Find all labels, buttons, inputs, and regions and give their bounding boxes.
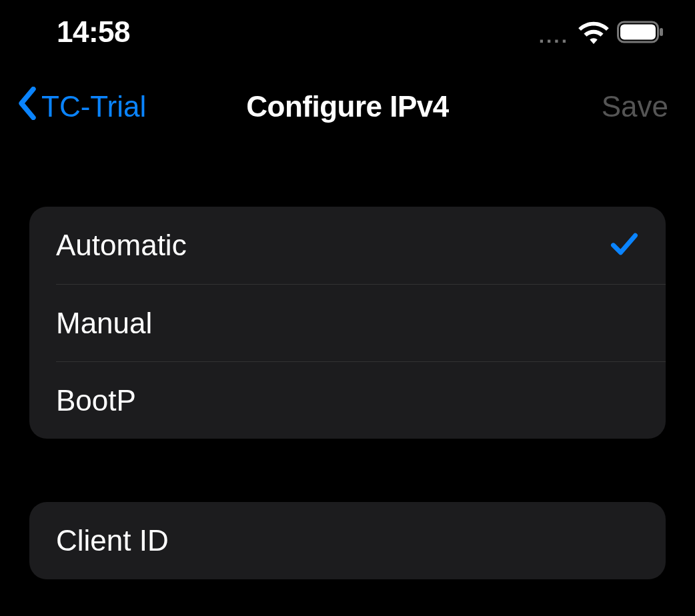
option-bootp[interactable]: BootP bbox=[56, 361, 666, 439]
client-id-group: Client ID bbox=[29, 502, 666, 579]
option-automatic[interactable]: Automatic bbox=[29, 207, 666, 284]
svg-rect-2 bbox=[660, 28, 663, 36]
option-manual[interactable]: Manual bbox=[56, 284, 666, 361]
checkmark-icon bbox=[610, 229, 639, 261]
option-label: Automatic bbox=[56, 229, 187, 262]
save-button[interactable]: Save bbox=[602, 90, 668, 123]
battery-icon bbox=[617, 20, 665, 44]
wifi-icon bbox=[578, 19, 609, 45]
status-bar: 14:58 .... bbox=[0, 0, 695, 63]
svg-rect-1 bbox=[620, 24, 656, 39]
chevron-left-icon bbox=[17, 87, 37, 127]
back-label: TC-Trial bbox=[41, 90, 146, 123]
option-label: BootP bbox=[56, 384, 136, 417]
content: Automatic Manual BootP Client ID bbox=[0, 150, 695, 579]
page-title: Configure IPv4 bbox=[246, 90, 449, 123]
back-button[interactable]: TC-Trial bbox=[17, 87, 146, 127]
options-group: Automatic Manual BootP bbox=[29, 207, 666, 439]
status-right: .... bbox=[539, 19, 665, 45]
client-id-label: Client ID bbox=[56, 524, 169, 557]
option-label: Manual bbox=[56, 307, 152, 340]
nav-bar: TC-Trial Configure IPv4 Save bbox=[0, 63, 695, 150]
spacer bbox=[29, 439, 666, 502]
client-id-row[interactable]: Client ID bbox=[29, 502, 666, 579]
signal-dots-icon: .... bbox=[539, 25, 569, 47]
status-time: 14:58 bbox=[57, 15, 130, 49]
